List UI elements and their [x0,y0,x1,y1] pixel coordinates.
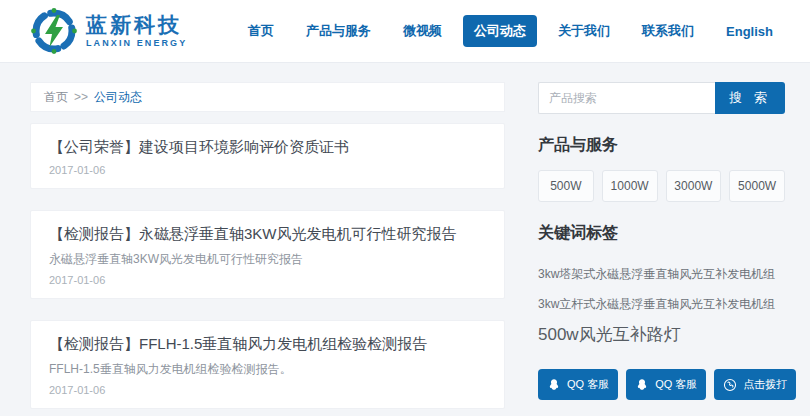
qq-service-button-1[interactable]: QQ 客服 [538,369,618,400]
breadcrumb-separator: >> [74,90,88,104]
main-nav: 首页 产品与服务 微视频 公司动态 关于我们 联系我们 English [237,15,784,47]
call-button-label: 点击拨打 [743,377,787,392]
nav-item-home[interactable]: 首页 [237,15,285,47]
brand-text: 蓝新科技 LANXIN ENERGY [86,14,187,48]
breadcrumb: 首页 >> 公司动态 [30,82,505,112]
nav-item-products[interactable]: 产品与服务 [295,15,382,47]
news-item-1[interactable]: 【公司荣誉】建设项目环境影响评价资质证书 2017-01-06 [30,123,505,189]
search-button[interactable]: 搜 索 [715,82,785,114]
lightning-emblem-icon [30,7,78,55]
news-title: 【检测报告】永磁悬浮垂直轴3KW风光发电机可行性研究报告 [49,225,486,244]
keyword-tag[interactable]: 3kw塔架式永磁悬浮垂直轴风光互补发电机组 [538,267,775,281]
qq-icon [547,378,561,392]
call-button[interactable]: 点击拨打 [714,369,796,400]
news-summary: FFLH-1.5垂直轴风力发电机组检验检测报告。 [49,361,486,378]
sidebar: 搜 索 产品与服务 500W 1000W 3000W 5000W 关键词标签 3… [538,82,785,416]
news-title: 【公司荣誉】建设项目环境影响评价资质证书 [49,138,486,157]
breadcrumb-current[interactable]: 公司动态 [94,89,142,106]
news-date: 2017-01-06 [49,384,486,396]
nav-item-about[interactable]: 关于我们 [547,15,621,47]
keyword-tag[interactable]: 3kw立杆式永磁悬浮垂直轴风光互补发电机组 [538,297,775,311]
news-item-2[interactable]: 【检测报告】永磁悬浮垂直轴3KW风光发电机可行性研究报告 永磁悬浮垂直轴3KW风… [30,210,505,299]
brand-logo[interactable]: 蓝新科技 LANXIN ENERGY [30,7,187,55]
qq-icon [635,378,649,392]
product-option-5000w[interactable]: 5000W [729,170,785,202]
nav-item-news[interactable]: 公司动态 [463,15,537,47]
contact-buttons: QQ 客服 QQ 客服 点击拨打 [538,369,785,400]
product-search: 搜 索 [538,82,785,114]
header: 蓝新科技 LANXIN ENERGY 首页 产品与服务 微视频 公司动态 关于我… [0,0,810,63]
news-item-3[interactable]: 【检测报告】FFLH-1.5垂直轴风力发电机组检验检测报告 FFLH-1.5垂直… [30,320,505,409]
news-summary: 永磁悬浮垂直轴3KW风光发电机可行性研究报告 [49,251,486,268]
news-title: 【检测报告】FFLH-1.5垂直轴风力发电机组检验检测报告 [49,335,486,354]
news-date: 2017-01-06 [49,164,486,176]
keyword-tags: 3kw塔架式永磁悬浮垂直轴风光互补发电机组 3kw立杆式永磁悬浮垂直轴风光互补发… [538,258,785,351]
products-heading: 产品与服务 [538,135,785,156]
breadcrumb-home-link[interactable]: 首页 [44,89,68,106]
qq-service-label: QQ 客服 [655,377,697,392]
nav-item-contact[interactable]: 联系我们 [631,15,705,47]
qq-service-label: QQ 客服 [567,377,609,392]
search-input[interactable] [538,82,715,114]
product-option-1000w[interactable]: 1000W [602,170,658,202]
nav-item-videos[interactable]: 微视频 [392,15,453,47]
brand-name-en: LANXIN ENERGY [86,39,187,48]
keyword-tag[interactable]: 500w风光互补路灯 [538,325,681,344]
qq-service-button-2[interactable]: QQ 客服 [626,369,706,400]
brand-name-cn: 蓝新科技 [86,14,187,35]
phone-icon [723,378,737,392]
nav-item-english[interactable]: English [715,17,784,46]
product-option-3000w[interactable]: 3000W [666,170,722,202]
news-column: 首页 >> 公司动态 【公司荣誉】建设项目环境影响评价资质证书 2017-01-… [30,82,505,416]
product-options: 500W 1000W 3000W 5000W [538,170,785,202]
keywords-heading: 关键词标签 [538,223,785,244]
product-option-500w[interactable]: 500W [538,170,594,202]
news-date: 2017-01-06 [49,274,486,286]
content: 首页 >> 公司动态 【公司荣誉】建设项目环境影响评价资质证书 2017-01-… [0,63,810,416]
